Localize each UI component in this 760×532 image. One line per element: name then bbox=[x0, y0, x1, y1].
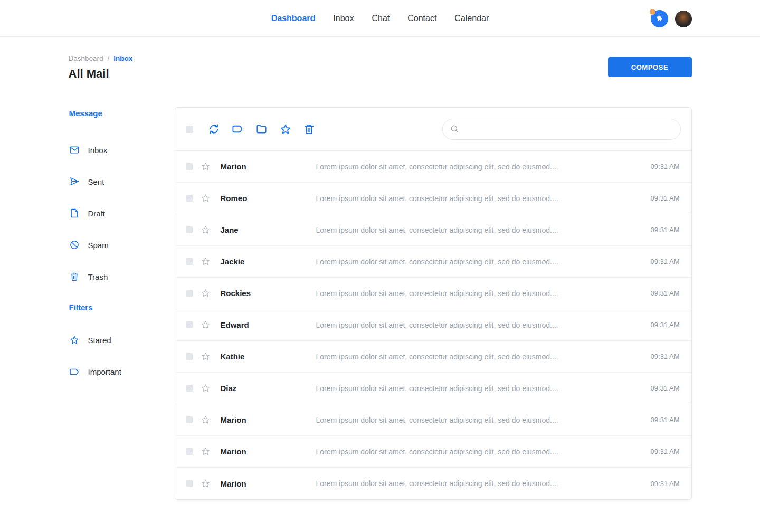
email-sender: Marion bbox=[221, 447, 316, 456]
compose-button[interactable]: COMPOSE bbox=[608, 57, 692, 77]
star-icon[interactable] bbox=[201, 446, 211, 457]
refresh-button[interactable] bbox=[207, 122, 221, 136]
select-all-checkbox[interactable] bbox=[186, 126, 193, 133]
row-checkbox[interactable] bbox=[186, 163, 193, 170]
email-list: Marion Lorem ipsum dolor sit amet, conse… bbox=[175, 151, 691, 499]
row-checkbox[interactable] bbox=[186, 195, 193, 202]
email-row[interactable]: Diaz Lorem ipsum dolor sit amet, consect… bbox=[175, 373, 691, 404]
star-icon[interactable] bbox=[201, 162, 211, 172]
email-sender: Edward bbox=[221, 320, 316, 329]
label-button[interactable] bbox=[231, 122, 245, 136]
folder-icon bbox=[255, 123, 268, 135]
email-row[interactable]: Jackie Lorem ipsum dolor sit amet, conse… bbox=[175, 246, 691, 278]
row-checkbox[interactable] bbox=[186, 258, 193, 265]
sidebar-item-sent[interactable]: Sent bbox=[69, 166, 175, 197]
sidebar-item-stared[interactable]: Stared bbox=[69, 324, 175, 356]
breadcrumb-separator: / bbox=[108, 54, 110, 62]
sidebar-item-trash[interactable]: Trash bbox=[69, 261, 175, 292]
row-checkbox[interactable] bbox=[186, 353, 193, 360]
breadcrumb: Dashboard / Inbox bbox=[69, 54, 133, 62]
search-box[interactable] bbox=[442, 119, 681, 140]
star-icon[interactable] bbox=[201, 225, 211, 235]
page-header: Dashboard / Inbox All Mail COMPOSE bbox=[69, 54, 692, 81]
star-icon[interactable] bbox=[201, 256, 211, 267]
email-row[interactable]: Jane Lorem ipsum dolor sit amet, consect… bbox=[175, 214, 691, 246]
email-time: 09:31 AM bbox=[651, 226, 680, 234]
star-icon[interactable] bbox=[201, 288, 211, 299]
email-sender: Marion bbox=[221, 162, 316, 171]
star-icon[interactable] bbox=[201, 478, 211, 489]
star-icon[interactable] bbox=[201, 352, 211, 362]
sidebar-item-spam[interactable]: Spam bbox=[69, 229, 175, 261]
star-icon[interactable] bbox=[201, 383, 211, 394]
email-sender: Jane bbox=[221, 225, 316, 234]
star-button[interactable] bbox=[279, 122, 292, 136]
block-icon bbox=[69, 240, 80, 250]
nav-item-dashboard[interactable]: Dashboard bbox=[271, 14, 316, 23]
email-time: 09:31 AM bbox=[651, 163, 680, 170]
email-time: 09:31 AM bbox=[651, 321, 680, 329]
email-time: 09:31 AM bbox=[651, 194, 680, 202]
row-checkbox[interactable] bbox=[186, 290, 193, 297]
row-checkbox[interactable] bbox=[186, 480, 193, 487]
sidebar-heading-message: Message bbox=[69, 108, 175, 119]
row-checkbox[interactable] bbox=[186, 416, 193, 423]
email-row[interactable]: Marion Lorem ipsum dolor sit amet, conse… bbox=[175, 468, 691, 499]
row-checkbox[interactable] bbox=[186, 321, 193, 328]
nav-item-contact[interactable]: Contact bbox=[407, 14, 436, 23]
email-sender: Marion bbox=[221, 479, 316, 488]
star-icon bbox=[279, 123, 292, 136]
email-time: 09:31 AM bbox=[651, 353, 680, 360]
top-navbar: Dashboard Inbox Chat Contact Calendar bbox=[0, 0, 760, 37]
trash-icon bbox=[303, 123, 315, 135]
mail-panel: Marion Lorem ipsum dolor sit amet, conse… bbox=[175, 107, 692, 500]
search-input[interactable] bbox=[460, 125, 680, 134]
label-icon bbox=[232, 123, 244, 135]
nav-item-chat[interactable]: Chat bbox=[372, 14, 390, 23]
delete-button[interactable] bbox=[302, 122, 316, 136]
mail-toolbar bbox=[175, 108, 691, 151]
send-icon bbox=[69, 176, 80, 187]
breadcrumb-inbox[interactable]: Inbox bbox=[113, 54, 132, 62]
email-row[interactable]: Marion Lorem ipsum dolor sit amet, conse… bbox=[175, 436, 691, 468]
folder-button[interactable] bbox=[255, 122, 269, 136]
user-avatar[interactable] bbox=[675, 11, 692, 27]
email-sender: Rockies bbox=[221, 289, 316, 298]
notification-dot bbox=[650, 9, 656, 15]
star-icon[interactable] bbox=[201, 193, 211, 204]
row-checkbox[interactable] bbox=[186, 385, 193, 392]
email-preview: Lorem ipsum dolor sit amet, consectetur … bbox=[316, 321, 643, 329]
email-preview: Lorem ipsum dolor sit amet, consectetur … bbox=[316, 479, 643, 488]
email-time: 09:31 AM bbox=[651, 258, 680, 265]
email-preview: Lorem ipsum dolor sit amet, consectetur … bbox=[316, 448, 643, 456]
sidebar-item-important[interactable]: Important bbox=[69, 356, 175, 387]
row-checkbox[interactable] bbox=[186, 226, 193, 233]
breadcrumb-dashboard[interactable]: Dashboard bbox=[69, 54, 103, 62]
sidebar-item-inbox[interactable]: Inbox bbox=[69, 134, 175, 166]
email-row[interactable]: Edward Lorem ipsum dolor sit amet, conse… bbox=[175, 309, 691, 341]
email-row[interactable]: Kathie Lorem ipsum dolor sit amet, conse… bbox=[175, 341, 691, 373]
document-icon bbox=[69, 208, 80, 218]
refresh-icon bbox=[207, 122, 221, 136]
star-icon[interactable] bbox=[201, 320, 211, 330]
email-sender: Kathie bbox=[221, 352, 316, 361]
page-title: All Mail bbox=[69, 67, 133, 81]
star-icon[interactable] bbox=[201, 415, 211, 425]
notification-button[interactable] bbox=[651, 10, 668, 27]
sidebar-item-label: Important bbox=[88, 367, 121, 376]
row-checkbox[interactable] bbox=[186, 448, 193, 455]
email-row[interactable]: Marion Lorem ipsum dolor sit amet, conse… bbox=[175, 404, 691, 436]
email-row[interactable]: Rockies Lorem ipsum dolor sit amet, cons… bbox=[175, 278, 691, 309]
email-row[interactable]: Marion Lorem ipsum dolor sit amet, conse… bbox=[175, 151, 691, 183]
sidebar-item-draft[interactable]: Draft bbox=[69, 197, 175, 229]
email-time: 09:31 AM bbox=[651, 289, 680, 297]
email-time: 09:31 AM bbox=[651, 480, 680, 488]
email-preview: Lorem ipsum dolor sit amet, consectetur … bbox=[316, 289, 643, 298]
nav-item-calendar[interactable]: Calendar bbox=[454, 14, 489, 23]
label-icon bbox=[69, 366, 80, 377]
nav-item-inbox[interactable]: Inbox bbox=[333, 14, 354, 23]
envelope-icon bbox=[69, 145, 80, 155]
email-time: 09:31 AM bbox=[651, 448, 680, 455]
email-row[interactable]: Romeo Lorem ipsum dolor sit amet, consec… bbox=[175, 183, 691, 214]
sidebar-item-label: Spam bbox=[88, 241, 109, 250]
